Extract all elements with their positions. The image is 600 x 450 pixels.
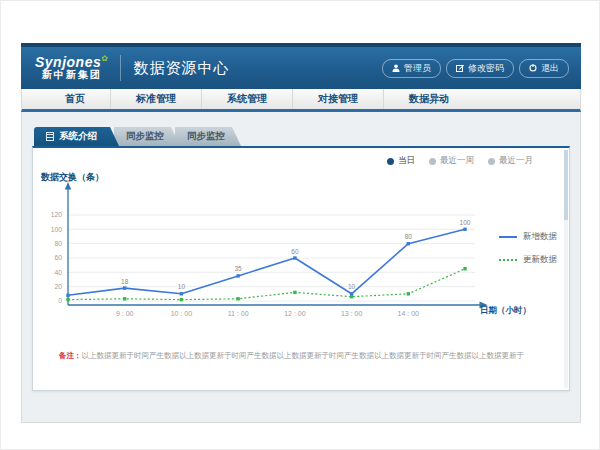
y-tick-label: 40 (54, 269, 62, 276)
logo: Synjones✿ 新中新集团 (35, 55, 108, 80)
footnote: 备注：以上数据更新于时间产生数据以上数据更新于时间产生数据以上数据更新于时间产生… (59, 351, 545, 361)
period-filter-label: 最近一周 (440, 155, 474, 167)
data-point-marker (293, 256, 296, 259)
y-tick-label: 0 (58, 297, 62, 304)
chart-panel: 当日最近一周最近一月 数据交换（条） 0204060801001209 : 00… (32, 146, 570, 391)
data-point-marker (236, 297, 239, 300)
data-point-label: 35 (234, 265, 242, 272)
tab-2[interactable]: 同步监控 (175, 127, 241, 146)
footnote-text: 以上数据更新于时间产生数据以上数据更新于时间产生数据以上数据更新于时间产生数据以… (82, 351, 525, 360)
power-icon (529, 64, 537, 72)
logo-main-text: Synjones✿ (35, 55, 108, 70)
x-tick-label: 14 : 00 (398, 310, 420, 317)
data-point-marker (236, 274, 239, 277)
legend-swatch-icon (499, 236, 517, 238)
chart-legend: 新增数据更新数据 (499, 231, 557, 266)
x-tick-label: 12 : 00 (284, 310, 306, 317)
y-tick-label: 120 (51, 211, 63, 218)
tab-label: 同步监控 (126, 130, 164, 143)
nav-item-0[interactable]: 首页 (40, 89, 111, 109)
line-chart-svg: 0204060801001209 : 0010 : 0011 : 0012 : … (43, 181, 493, 326)
y-tick-label: 20 (54, 283, 62, 290)
data-point-marker (407, 242, 410, 245)
data-point-label: 10 (178, 283, 186, 290)
nav-item-4[interactable]: 数据异动 (384, 89, 474, 109)
data-point-label: 60 (291, 248, 299, 255)
data-point-marker (463, 228, 466, 231)
period-filter-2[interactable]: 最近一月 (488, 155, 533, 167)
data-point-label: 80 (405, 233, 413, 240)
data-point-marker (350, 295, 353, 298)
footnote-prefix: 备注： (59, 351, 82, 360)
nav-item-3[interactable]: 对接管理 (293, 89, 384, 109)
legend-label: 新增数据 (523, 231, 557, 243)
x-tick-label: 13 : 00 (341, 310, 363, 317)
data-point-marker (66, 294, 69, 297)
period-filter-label: 最近一月 (499, 155, 533, 167)
content-area: 系统介绍同步监控同步监控 当日最近一周最近一月 数据交换（条） 02040608… (21, 112, 581, 423)
data-point-label: 18 (121, 278, 129, 285)
data-point-marker (123, 286, 126, 289)
scrollbar-thumb[interactable] (564, 150, 568, 220)
data-point-marker (66, 298, 69, 301)
tab-label: 系统介绍 (59, 130, 97, 143)
app-header: Synjones✿ 新中新集团 数据资源中心 管理员 修改密码 (21, 43, 581, 89)
radio-dot-icon (429, 158, 436, 165)
logout-button[interactable]: 退出 (519, 59, 569, 78)
document-icon (46, 132, 54, 141)
tab-label: 同步监控 (187, 130, 225, 143)
data-point-label: 100 (460, 219, 471, 226)
header-actions: 管理员 修改密码 退出 (382, 59, 569, 78)
edit-icon (456, 64, 464, 72)
tab-0[interactable]: 系统介绍 (34, 127, 119, 146)
legend-item-1[interactable]: 更新数据 (499, 254, 557, 266)
logo-sub-text: 新中新集团 (35, 70, 108, 81)
x-tick-label: 9 : 00 (116, 310, 134, 317)
x-tick-label: 11 : 00 (228, 310, 249, 317)
nav-item-1[interactable]: 标准管理 (111, 89, 202, 109)
user-icon (392, 64, 400, 72)
y-tick-label: 100 (51, 226, 63, 233)
y-tick-label: 80 (54, 240, 62, 247)
line-chart: 0204060801001209 : 0010 : 0011 : 0012 : … (43, 181, 493, 326)
period-filter-label: 当日 (398, 155, 415, 167)
data-point-marker (293, 291, 296, 294)
data-point-marker (180, 298, 183, 301)
user-button-label: 管理员 (404, 62, 431, 75)
y-axis-arrow-icon (65, 182, 71, 190)
data-point-marker (350, 292, 353, 295)
radio-dot-icon (387, 158, 394, 165)
nav: 首页标准管理系统管理对接管理数据异动 (21, 89, 581, 112)
x-tick-label: 10 : 00 (171, 310, 193, 317)
legend-label: 更新数据 (523, 254, 557, 266)
panel-scrollbar[interactable] (564, 150, 568, 388)
legend-swatch-icon (499, 259, 517, 261)
screen: Synjones✿ 新中新集团 数据资源中心 管理员 修改密码 (0, 0, 600, 450)
page-title: 数据资源中心 (133, 59, 229, 78)
nav-item-2[interactable]: 系统管理 (202, 89, 293, 109)
x-axis-title: 日期（小时） (480, 305, 531, 317)
tab-1[interactable]: 同步监控 (114, 127, 180, 146)
change-password-button[interactable]: 修改密码 (446, 59, 514, 78)
logout-label: 退出 (541, 62, 559, 75)
period-filter-1[interactable]: 最近一周 (429, 155, 474, 167)
period-filter-0[interactable]: 当日 (387, 155, 415, 167)
data-point-marker (180, 292, 183, 295)
header-divider (120, 55, 121, 81)
app-window: Synjones✿ 新中新集团 数据资源中心 管理员 修改密码 (21, 43, 581, 423)
user-button[interactable]: 管理员 (382, 59, 441, 78)
period-filter-group: 当日最近一周最近一月 (387, 155, 533, 167)
y-tick-label: 60 (54, 254, 62, 261)
logo-leaf-icon: ✿ (101, 54, 108, 63)
tab-bar: 系统介绍同步监控同步监控 (34, 127, 241, 146)
data-point-marker (407, 292, 410, 295)
radio-dot-icon (488, 158, 495, 165)
data-point-marker (463, 267, 466, 270)
data-point-label: 10 (348, 283, 356, 290)
legend-item-0[interactable]: 新增数据 (499, 231, 557, 243)
change-password-label: 修改密码 (468, 62, 504, 75)
data-point-marker (123, 297, 126, 300)
